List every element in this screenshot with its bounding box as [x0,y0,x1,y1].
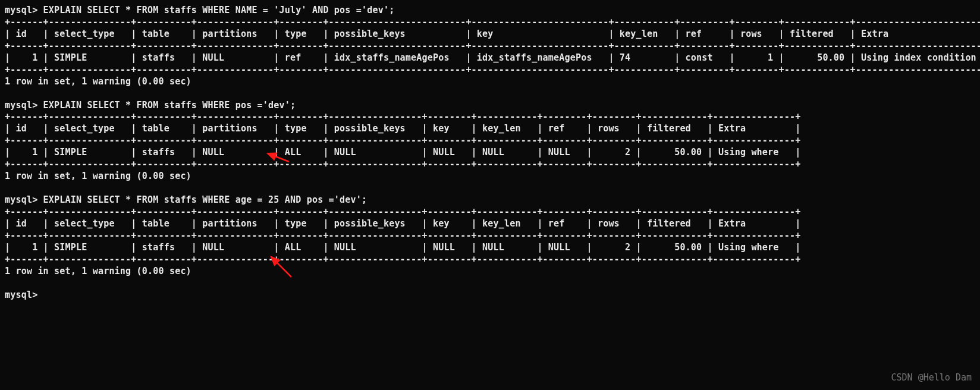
watermark: CSDN @Hello Dam [891,372,972,384]
terminal-output: mysql> EXPLAIN SELECT * FROM staffs WHER… [0,0,980,301]
